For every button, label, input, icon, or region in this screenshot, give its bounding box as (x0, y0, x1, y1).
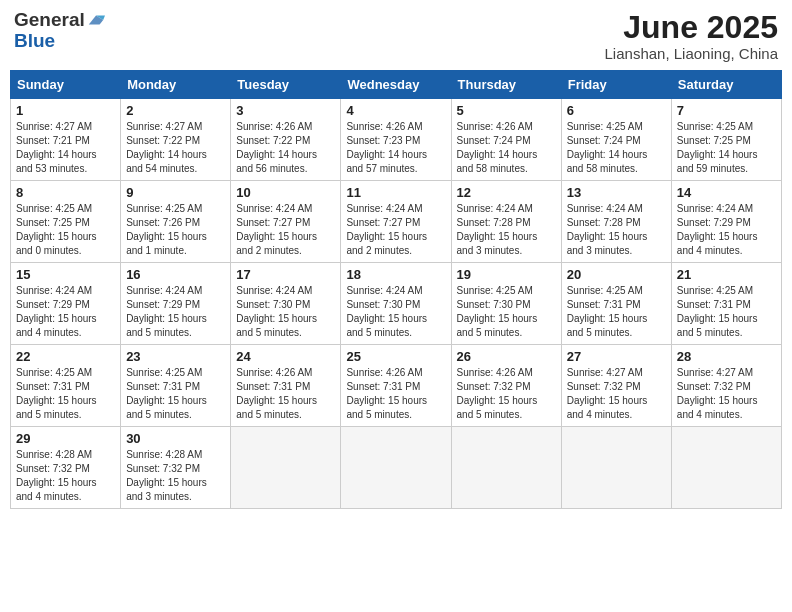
day-info: Sunrise: 4:26 AMSunset: 7:23 PMDaylight:… (346, 120, 445, 176)
calendar-cell: 7Sunrise: 4:25 AMSunset: 7:25 PMDaylight… (671, 99, 781, 181)
day-info: Sunrise: 4:26 AMSunset: 7:22 PMDaylight:… (236, 120, 335, 176)
calendar-cell: 5Sunrise: 4:26 AMSunset: 7:24 PMDaylight… (451, 99, 561, 181)
day-info: Sunrise: 4:27 AMSunset: 7:32 PMDaylight:… (567, 366, 666, 422)
calendar-cell: 18Sunrise: 4:24 AMSunset: 7:30 PMDayligh… (341, 263, 451, 345)
calendar-cell: 16Sunrise: 4:24 AMSunset: 7:29 PMDayligh… (121, 263, 231, 345)
day-number: 7 (677, 103, 776, 118)
day-number: 16 (126, 267, 225, 282)
calendar-cell (561, 427, 671, 509)
calendar-cell: 26Sunrise: 4:26 AMSunset: 7:32 PMDayligh… (451, 345, 561, 427)
day-number: 19 (457, 267, 556, 282)
calendar-cell: 21Sunrise: 4:25 AMSunset: 7:31 PMDayligh… (671, 263, 781, 345)
day-number: 22 (16, 349, 115, 364)
calendar-week-2: 8Sunrise: 4:25 AMSunset: 7:25 PMDaylight… (11, 181, 782, 263)
day-number: 2 (126, 103, 225, 118)
day-info: Sunrise: 4:24 AMSunset: 7:27 PMDaylight:… (346, 202, 445, 258)
calendar-week-4: 22Sunrise: 4:25 AMSunset: 7:31 PMDayligh… (11, 345, 782, 427)
logo-icon (87, 13, 105, 27)
calendar-cell (341, 427, 451, 509)
day-number: 10 (236, 185, 335, 200)
day-number: 24 (236, 349, 335, 364)
calendar-week-5: 29Sunrise: 4:28 AMSunset: 7:32 PMDayligh… (11, 427, 782, 509)
calendar-cell: 23Sunrise: 4:25 AMSunset: 7:31 PMDayligh… (121, 345, 231, 427)
calendar-cell: 28Sunrise: 4:27 AMSunset: 7:32 PMDayligh… (671, 345, 781, 427)
day-number: 12 (457, 185, 556, 200)
day-info: Sunrise: 4:25 AMSunset: 7:30 PMDaylight:… (457, 284, 556, 340)
day-number: 28 (677, 349, 776, 364)
day-number: 17 (236, 267, 335, 282)
calendar-cell: 13Sunrise: 4:24 AMSunset: 7:28 PMDayligh… (561, 181, 671, 263)
day-info: Sunrise: 4:24 AMSunset: 7:27 PMDaylight:… (236, 202, 335, 258)
calendar-cell: 25Sunrise: 4:26 AMSunset: 7:31 PMDayligh… (341, 345, 451, 427)
day-number: 29 (16, 431, 115, 446)
header-monday: Monday (121, 71, 231, 99)
calendar-cell: 30Sunrise: 4:28 AMSunset: 7:32 PMDayligh… (121, 427, 231, 509)
calendar-cell: 24Sunrise: 4:26 AMSunset: 7:31 PMDayligh… (231, 345, 341, 427)
day-info: Sunrise: 4:24 AMSunset: 7:28 PMDaylight:… (457, 202, 556, 258)
day-number: 25 (346, 349, 445, 364)
header-friday: Friday (561, 71, 671, 99)
month-title: June 2025 (605, 10, 778, 45)
day-info: Sunrise: 4:24 AMSunset: 7:28 PMDaylight:… (567, 202, 666, 258)
header-thursday: Thursday (451, 71, 561, 99)
calendar-cell: 14Sunrise: 4:24 AMSunset: 7:29 PMDayligh… (671, 181, 781, 263)
day-number: 9 (126, 185, 225, 200)
calendar-cell: 12Sunrise: 4:24 AMSunset: 7:28 PMDayligh… (451, 181, 561, 263)
calendar-week-1: 1Sunrise: 4:27 AMSunset: 7:21 PMDaylight… (11, 99, 782, 181)
day-number: 21 (677, 267, 776, 282)
day-number: 23 (126, 349, 225, 364)
day-info: Sunrise: 4:26 AMSunset: 7:31 PMDaylight:… (236, 366, 335, 422)
day-info: Sunrise: 4:24 AMSunset: 7:29 PMDaylight:… (126, 284, 225, 340)
calendar-cell: 27Sunrise: 4:27 AMSunset: 7:32 PMDayligh… (561, 345, 671, 427)
calendar-cell: 17Sunrise: 4:24 AMSunset: 7:30 PMDayligh… (231, 263, 341, 345)
header-tuesday: Tuesday (231, 71, 341, 99)
calendar-cell: 22Sunrise: 4:25 AMSunset: 7:31 PMDayligh… (11, 345, 121, 427)
day-number: 4 (346, 103, 445, 118)
day-info: Sunrise: 4:25 AMSunset: 7:31 PMDaylight:… (567, 284, 666, 340)
day-info: Sunrise: 4:25 AMSunset: 7:25 PMDaylight:… (16, 202, 115, 258)
calendar-cell: 1Sunrise: 4:27 AMSunset: 7:21 PMDaylight… (11, 99, 121, 181)
calendar-cell: 11Sunrise: 4:24 AMSunset: 7:27 PMDayligh… (341, 181, 451, 263)
day-number: 26 (457, 349, 556, 364)
day-number: 6 (567, 103, 666, 118)
day-info: Sunrise: 4:24 AMSunset: 7:30 PMDaylight:… (346, 284, 445, 340)
day-info: Sunrise: 4:25 AMSunset: 7:25 PMDaylight:… (677, 120, 776, 176)
day-number: 30 (126, 431, 225, 446)
day-number: 14 (677, 185, 776, 200)
header-saturday: Saturday (671, 71, 781, 99)
header-wednesday: Wednesday (341, 71, 451, 99)
day-info: Sunrise: 4:24 AMSunset: 7:29 PMDaylight:… (677, 202, 776, 258)
calendar-cell: 19Sunrise: 4:25 AMSunset: 7:30 PMDayligh… (451, 263, 561, 345)
day-info: Sunrise: 4:26 AMSunset: 7:32 PMDaylight:… (457, 366, 556, 422)
day-info: Sunrise: 4:25 AMSunset: 7:24 PMDaylight:… (567, 120, 666, 176)
day-info: Sunrise: 4:24 AMSunset: 7:30 PMDaylight:… (236, 284, 335, 340)
day-info: Sunrise: 4:24 AMSunset: 7:29 PMDaylight:… (16, 284, 115, 340)
logo-general: General (14, 10, 85, 31)
calendar-cell: 20Sunrise: 4:25 AMSunset: 7:31 PMDayligh… (561, 263, 671, 345)
day-info: Sunrise: 4:26 AMSunset: 7:24 PMDaylight:… (457, 120, 556, 176)
day-number: 8 (16, 185, 115, 200)
calendar-cell (671, 427, 781, 509)
calendar-header-row: SundayMondayTuesdayWednesdayThursdayFrid… (11, 71, 782, 99)
calendar-cell (451, 427, 561, 509)
day-info: Sunrise: 4:26 AMSunset: 7:31 PMDaylight:… (346, 366, 445, 422)
logo: General Blue (14, 10, 105, 52)
calendar-cell: 9Sunrise: 4:25 AMSunset: 7:26 PMDaylight… (121, 181, 231, 263)
header-sunday: Sunday (11, 71, 121, 99)
day-number: 15 (16, 267, 115, 282)
day-info: Sunrise: 4:28 AMSunset: 7:32 PMDaylight:… (126, 448, 225, 504)
day-info: Sunrise: 4:27 AMSunset: 7:21 PMDaylight:… (16, 120, 115, 176)
day-info: Sunrise: 4:25 AMSunset: 7:31 PMDaylight:… (16, 366, 115, 422)
day-info: Sunrise: 4:27 AMSunset: 7:32 PMDaylight:… (677, 366, 776, 422)
day-info: Sunrise: 4:27 AMSunset: 7:22 PMDaylight:… (126, 120, 225, 176)
day-number: 1 (16, 103, 115, 118)
day-number: 18 (346, 267, 445, 282)
day-number: 5 (457, 103, 556, 118)
calendar-cell: 8Sunrise: 4:25 AMSunset: 7:25 PMDaylight… (11, 181, 121, 263)
calendar-table: SundayMondayTuesdayWednesdayThursdayFrid… (10, 70, 782, 509)
day-number: 13 (567, 185, 666, 200)
day-number: 20 (567, 267, 666, 282)
title-block: June 2025 Lianshan, Liaoning, China (605, 10, 778, 62)
day-number: 27 (567, 349, 666, 364)
day-number: 3 (236, 103, 335, 118)
